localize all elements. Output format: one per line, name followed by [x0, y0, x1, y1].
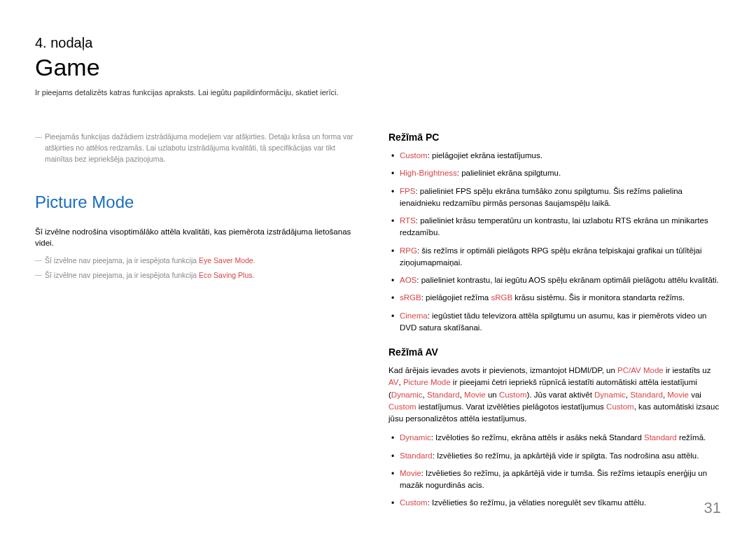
text: ). Jūs varat aktivēt	[527, 391, 595, 399]
highlight: Standard	[630, 391, 663, 399]
list-item: sRGB: pielāgojiet režīma sRGB krāsu sist…	[388, 292, 721, 304]
mode-label-high-brightness: High-Brightness	[400, 169, 457, 177]
text: vai	[689, 391, 701, 399]
highlight-eye-saver: Eye Saver Mode	[199, 256, 253, 265]
mode-label-dynamic: Dynamic	[400, 433, 431, 442]
list-item: Cinema: iegūstiet tādu televizora attēla…	[388, 310, 721, 335]
mode-text: : šis režīms ir optimāli pielāgots RPG s…	[400, 246, 701, 267]
list-item: Dynamic: Izvēloties šo režīmu, ekrāna at…	[388, 432, 721, 444]
mode-label-standard: Standard	[400, 451, 433, 460]
page-number: 31	[704, 499, 721, 517]
top-disclaimer-note: Pieejamās funkcijas dažādiem izstrādājum…	[35, 132, 360, 164]
mode-text: krāsu sistēmu. Šis ir monitora standarta…	[512, 293, 685, 302]
note-text: Šī izvēlne nav pieejama, ja ir iespējota…	[45, 271, 199, 279]
av-intro-paragraph: Kad ārējais ievades avots ir pievienots,…	[388, 365, 721, 425]
note-eye-saver: Šī izvēlne nav pieejama, ja ir iespējota…	[35, 255, 360, 266]
manual-page: 4. nodaļa Game Ir pieejams detalizēts ka…	[0, 0, 756, 515]
highlight: Custom	[606, 402, 634, 411]
section-description: Šī izvēlne nodrošina visoptimālāko attēl…	[35, 226, 360, 248]
mode-label-fps: FPS	[400, 187, 415, 195]
note-eco-saving: Šī izvēlne nav pieejama, ja ir iespējota…	[35, 270, 360, 281]
mode-label-rts: RTS	[400, 216, 416, 225]
mode-text: : pielāgojiet režīma	[421, 293, 491, 302]
content-columns: Pieejamās funkcijas dažādiem izstrādājum…	[35, 132, 721, 515]
mode-text: : palieliniet krāsu temperatūru un kontr…	[400, 216, 708, 237]
text: un	[486, 391, 499, 399]
list-item: AOS: palieliniet kontrastu, lai iegūtu A…	[388, 274, 721, 286]
highlight: PC/AV Mode	[617, 366, 664, 374]
mode-label-custom-av: Custom	[400, 498, 428, 507]
mode-text: : pielāgojiet ekrāna iestatījumus.	[428, 151, 542, 160]
highlight: Standard	[427, 391, 460, 399]
mode-text: režīmā.	[677, 433, 706, 442]
text: iestatījumus. Varat izvēlēties pielāgoto…	[416, 402, 606, 411]
list-item: Standard: Izvēlieties šo režīmu, ja apkā…	[388, 450, 721, 462]
highlight: Picture Mode	[403, 378, 451, 386]
note-text: Šī izvēlne nav pieejama, ja ir iespējota…	[45, 256, 199, 265]
text: Kad ārējais ievades avots ir pievienots,…	[388, 366, 617, 374]
mode-label-custom: Custom	[400, 151, 428, 160]
section-title-picture-mode: Picture Mode	[35, 192, 360, 212]
list-item: RPG: šis režīms ir optimāli pielāgots RP…	[388, 245, 721, 269]
note-text: .	[253, 271, 255, 279]
chapter-label: 4. nodaļa	[35, 35, 721, 51]
mode-label-movie: Movie	[400, 469, 421, 477]
mode-text: : palieliniet FPS spēļu ekrāna tumšāko z…	[400, 187, 682, 207]
highlight: Dynamic	[594, 391, 626, 399]
mode-text: : palieliniet ekrāna spilgtumu.	[457, 169, 561, 177]
mode-text: : Izvēlieties šo režīmu, ja vēlaties nor…	[428, 498, 647, 507]
highlight: Custom	[388, 402, 416, 411]
text: ir iestatīts uz	[664, 366, 711, 374]
list-item: Custom: Izvēlieties šo režīmu, ja vēlati…	[388, 497, 721, 509]
highlight-srgb: sRGB	[491, 293, 512, 302]
mode-label-rpg: RPG	[400, 246, 417, 255]
mode-text: : Izvēlieties šo režīmu, ja apkārtējā vi…	[400, 469, 707, 489]
note-text: .	[253, 256, 255, 265]
chapter-title: Game	[35, 54, 721, 81]
list-item: Movie: Izvēlieties šo režīmu, ja apkārtē…	[388, 468, 721, 492]
highlight-eco-saving: Eco Saving Plus	[199, 271, 252, 279]
heading-av-mode: Režīmā AV	[388, 346, 721, 358]
mode-text: : palieliniet kontrastu, lai iegūtu AOS …	[416, 276, 719, 284]
pc-mode-list: Custom: pielāgojiet ekrāna iestatījumus.…	[388, 150, 721, 334]
list-item: High-Brightness: palieliniet ekrāna spil…	[388, 167, 721, 179]
highlight: AV	[388, 378, 399, 386]
mode-text: : Izvēlieties šo režīmu, ja apkārtējā vi…	[433, 451, 699, 460]
mode-label-srgb: sRGB	[400, 293, 421, 302]
chapter-description: Ir pieejams detalizēts katras funkcijas …	[35, 88, 721, 97]
mode-label-aos: AOS	[400, 276, 416, 284]
list-item: Custom: pielāgojiet ekrāna iestatījumus.	[388, 150, 721, 162]
highlight-standard: Standard	[644, 433, 677, 442]
heading-pc-mode: Režīmā PC	[388, 132, 721, 143]
highlight: Dynamic	[391, 391, 423, 399]
right-column: Režīmā PC Custom: pielāgojiet ekrāna ies…	[388, 132, 721, 515]
highlight: Custom	[499, 391, 527, 399]
av-mode-list: Dynamic: Izvēloties šo režīmu, ekrāna at…	[388, 432, 721, 509]
list-item: RTS: palieliniet krāsu temperatūru un ko…	[388, 215, 721, 239]
highlight: Movie	[667, 391, 689, 399]
highlight: Movie	[464, 391, 486, 399]
mode-text: : iegūstiet tādu televizora attēla spilg…	[400, 311, 707, 332]
mode-label-cinema: Cinema	[400, 311, 428, 320]
list-item: FPS: palieliniet FPS spēļu ekrāna tumšāk…	[388, 185, 721, 210]
mode-text: : Izvēloties šo režīmu, ekrāna attēls ir…	[431, 433, 644, 442]
left-column: Pieejamās funkcijas dažādiem izstrādājum…	[35, 132, 360, 515]
